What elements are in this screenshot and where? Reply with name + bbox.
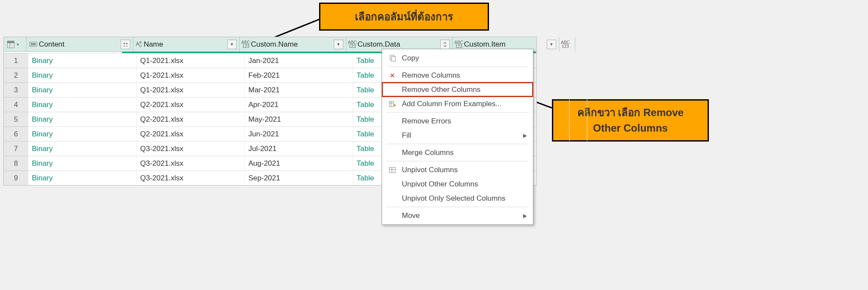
any-type-icon: ABC123	[242, 41, 249, 48]
cell-content[interactable]: Binary	[28, 142, 137, 156]
cell-content[interactable]: Binary	[28, 83, 137, 97]
menu-add-column-from-examples[interactable]: Add Column From Examples...	[382, 97, 533, 111]
column-header-content[interactable]: Content	[27, 37, 133, 51]
row-number[interactable]: 5	[4, 112, 28, 126]
cell-custom-name[interactable]: Jan-2021	[245, 54, 353, 68]
menu-label: Unpivot Columns	[402, 166, 527, 174]
cell-name[interactable]: Q1-2021.xlsx	[137, 68, 245, 82]
row-number[interactable]: 6	[4, 126, 28, 141]
cell-custom-name[interactable]: Jun-2021	[245, 127, 353, 141]
callout-text: เลือกคอลัมน์ที่ต้องการ	[355, 11, 453, 22]
cell-name[interactable]: Q3-2021.xlsx	[137, 142, 245, 156]
submenu-arrow-icon: ▶	[523, 213, 527, 219]
cell-truncated[interactable]	[570, 98, 587, 112]
column-header-name[interactable]: ABC Name ▾	[133, 37, 240, 51]
menu-copy[interactable]: Copy	[382, 51, 533, 65]
menu-unpivot-only-selected[interactable]: Unpivot Only Selected Columns	[382, 191, 533, 205]
svg-rect-6	[392, 57, 395, 61]
submenu-arrow-icon: ▶	[523, 132, 527, 139]
menu-separator	[386, 66, 529, 67]
cell-custom-name[interactable]: Mar-2021	[245, 83, 353, 97]
row-number[interactable]: 7	[4, 141, 28, 156]
svg-rect-7	[389, 101, 394, 107]
menu-unpivot-other-columns[interactable]: Unpivot Other Columns	[382, 177, 533, 191]
cell-name[interactable]: Q2-2021.xlsx	[137, 98, 245, 112]
menu-remove-columns[interactable]: ✕ Remove Columns	[382, 68, 533, 82]
menu-unpivot-columns[interactable]: Unpivot Columns	[382, 163, 533, 177]
expand-table-icon[interactable]	[440, 40, 450, 49]
cell-content[interactable]: Binary	[28, 54, 137, 68]
unpivot-icon	[388, 167, 397, 173]
filter-dropdown-icon[interactable]: ▾	[334, 40, 343, 49]
cell-name[interactable]: Q3-2021.xlsx	[137, 171, 245, 185]
row-number[interactable]: 8	[4, 156, 28, 170]
menu-label: Move	[402, 211, 518, 220]
grid-corner[interactable]: ▾	[4, 37, 27, 51]
text-column-icon: ABC	[136, 41, 142, 48]
cell-name[interactable]: Q2-2021.xlsx	[137, 112, 245, 126]
filter-dropdown-icon[interactable]: ▾	[547, 40, 556, 49]
column-header-truncated[interactable]: ABC123	[559, 37, 575, 51]
cell-name[interactable]: Q3-2021.xlsx	[137, 156, 245, 170]
menu-label: Unpivot Only Selected Columns	[402, 194, 527, 203]
cell-truncated[interactable]	[570, 142, 587, 156]
menu-label: Copy	[402, 54, 527, 63]
cell-custom-name[interactable]: May-2021	[245, 112, 353, 126]
cell-content[interactable]: Binary	[28, 171, 137, 185]
menu-label: Remove Columns	[402, 71, 527, 80]
cell-truncated[interactable]	[570, 112, 587, 126]
any-type-icon: ABC123	[455, 41, 462, 48]
cell-truncated[interactable]	[570, 171, 587, 185]
callout-text-line2: Other Columns	[593, 122, 667, 134]
filter-dropdown-icon[interactable]: ▾	[227, 40, 237, 49]
cell-content[interactable]: Binary	[28, 127, 137, 141]
binary-column-icon	[29, 42, 37, 47]
cell-content[interactable]: Binary	[28, 68, 137, 82]
menu-separator	[386, 161, 529, 161]
cell-custom-name[interactable]: Feb-2021	[245, 68, 353, 82]
row-number[interactable]: 9	[4, 170, 28, 185]
menu-label: Fill	[402, 131, 518, 140]
menu-label: Remove Errors	[402, 117, 527, 126]
row-number[interactable]: 4	[4, 97, 28, 112]
cell-custom-name[interactable]: Sep-2021	[245, 171, 353, 185]
menu-separator	[386, 207, 529, 207]
cell-custom-name[interactable]: Aug-2021	[245, 156, 353, 170]
cell-content[interactable]: Binary	[28, 156, 137, 170]
menu-label: Remove Other Columns	[402, 85, 527, 94]
svg-rect-10	[389, 167, 395, 173]
row-number[interactable]: 1	[4, 53, 28, 68]
cell-content[interactable]: Binary	[28, 98, 137, 112]
callout-select-column: เลือกคอลัมน์ที่ต้องการ	[319, 3, 489, 31]
cell-truncated[interactable]	[570, 83, 587, 97]
menu-remove-other-columns[interactable]: Remove Other Columns	[382, 82, 533, 97]
column-name: Custom.Data	[357, 40, 439, 49]
column-header-custom-name[interactable]: ABC123 Custom.Name ▾	[240, 37, 346, 51]
menu-remove-errors[interactable]: Remove Errors	[382, 114, 533, 128]
row-number[interactable]: 3	[4, 82, 28, 97]
remove-icon: ✕	[388, 72, 397, 79]
svg-rect-3	[7, 41, 14, 43]
cell-truncated[interactable]	[570, 68, 587, 82]
cell-custom-name[interactable]: Apr-2021	[245, 98, 353, 112]
cell-custom-name[interactable]: Jul-2021	[245, 142, 353, 156]
cell-name[interactable]: Q2-2021.xlsx	[137, 127, 245, 141]
row-number[interactable]: 2	[4, 68, 28, 82]
cell-truncated[interactable]	[570, 54, 587, 68]
any-type-icon: ABC123	[562, 41, 569, 48]
expand-icon[interactable]	[121, 40, 130, 49]
cell-content[interactable]: Binary	[28, 112, 137, 126]
column-name: Name	[144, 40, 226, 49]
menu-separator	[386, 144, 529, 144]
menu-move[interactable]: Move ▶	[382, 208, 533, 223]
cell-name[interactable]: Q1-2021.xlsx	[137, 54, 245, 68]
cell-truncated[interactable]	[570, 156, 587, 170]
menu-merge-columns[interactable]: Merge Columns	[382, 145, 533, 160]
cell-name[interactable]: Q1-2021.xlsx	[137, 83, 245, 97]
copy-icon	[388, 55, 397, 62]
menu-label: Add Column From Examples...	[402, 100, 527, 108]
column-context-menu: Copy ✕ Remove Columns Remove Other Colum…	[382, 49, 533, 225]
menu-fill[interactable]: Fill ▶	[382, 128, 533, 142]
any-type-icon: ABC123	[349, 41, 356, 48]
cell-truncated[interactable]	[570, 127, 587, 141]
